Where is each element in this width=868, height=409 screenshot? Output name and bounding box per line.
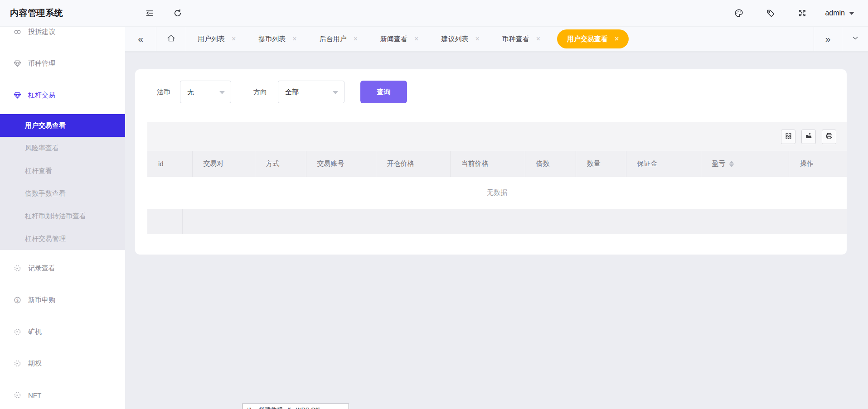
submenu-item-label: 杠杆交易管理 [25, 235, 66, 243]
chevron-down-icon [851, 34, 859, 44]
sidebar-item-records[interactable]: 记录查看 [0, 252, 125, 284]
tabs-scroll-left-button[interactable]: « [125, 27, 156, 51]
collapse-sidebar-button[interactable] [141, 4, 159, 22]
empty-state-text: 无数据 [147, 177, 847, 209]
topbar-right-controls: admin [730, 4, 868, 22]
content-card: 法币 无 方向 全部 查询 [135, 69, 847, 255]
col-header-pnl-label: 盈亏 [712, 159, 726, 168]
submenu-item-trade-management[interactable]: 杠杆交易管理 [0, 227, 125, 250]
home-tab-button[interactable] [156, 27, 186, 51]
topbar-left-controls [141, 4, 187, 22]
table-toolbar [147, 122, 847, 151]
chevron-down-icon [219, 91, 225, 94]
submenu-item-label: 杠杆币划转法币查看 [25, 212, 86, 221]
close-icon[interactable]: × [536, 35, 540, 43]
tab-label: 后台用户 [320, 35, 347, 43]
submenu-item-leverage-view[interactable]: 杠杆查看 [0, 159, 125, 182]
sidebar-menu: 投拆建议 币种管理 杠杆交易 [0, 27, 125, 409]
user-name: admin [825, 9, 845, 17]
fiat-select-value: 无 [187, 88, 194, 96]
close-icon[interactable]: × [475, 35, 479, 43]
home-icon [166, 34, 176, 45]
history-icon [13, 327, 22, 336]
sidebar-item-label: 投拆建议 [28, 28, 55, 36]
user-menu[interactable]: admin [825, 9, 854, 17]
export-button[interactable] [801, 130, 816, 144]
fullscreen-button[interactable] [793, 4, 811, 22]
submenu-item-label: 杠杆查看 [25, 167, 52, 175]
col-header-multiplier: 倍数 [525, 151, 576, 177]
double-chevron-left-icon: « [138, 34, 143, 44]
gem-icon [13, 59, 22, 68]
direction-select-value: 全部 [285, 88, 299, 96]
table-header-row: id 交易对 方式 交易账号 开仓价格 当前价格 倍数 数量 保证金 盈亏 [147, 151, 847, 177]
sidebar-item-nft[interactable]: NFT [0, 379, 125, 409]
tab-admin-users[interactable]: 后台用户 × [308, 27, 369, 51]
tabs-scroll-right-button[interactable]: » [814, 27, 842, 51]
close-icon[interactable]: × [354, 35, 358, 43]
print-button[interactable] [822, 130, 836, 144]
sidebar-item-complaints[interactable]: 投拆建议 [0, 27, 125, 48]
tag-icon [766, 9, 776, 18]
gem-icon [13, 91, 22, 100]
printer-icon [825, 132, 833, 141]
col-header-actions: 操作 [789, 151, 847, 177]
columns-grid-icon [785, 132, 792, 141]
sort-icon[interactable] [729, 161, 734, 167]
tabbar: « 用户列表 × 提币列表 × 后台用户 × 新闻查看 [125, 27, 868, 52]
col-header-margin: 保证金 [626, 151, 701, 177]
col-header-account: 交易账号 [306, 151, 376, 177]
direction-select[interactable]: 全部 [278, 81, 344, 103]
history-icon [13, 359, 22, 368]
empty-row: 无数据 [147, 177, 847, 209]
tab-coin-view[interactable]: 币种查看 × [491, 27, 552, 51]
tab-label: 用户列表 [198, 35, 225, 43]
col-header-pair: 交易对 [192, 151, 255, 177]
sidebar-item-new-coin[interactable]: $ 新币申购 [0, 284, 125, 316]
submenu-item-label: 风险率查看 [25, 144, 59, 153]
close-icon[interactable]: × [414, 35, 418, 43]
submenu-item-user-trades[interactable]: 用户交易查看 [0, 114, 125, 137]
tabs-dropdown-button[interactable] [842, 27, 868, 51]
submenu-item-risk-rate[interactable]: 风险率查看 [0, 137, 125, 159]
topbar: 内容管理系统 [0, 0, 868, 27]
sidebar-menu-bottom: 记录查看 $ 新币申购 矿机 [0, 252, 125, 409]
close-icon[interactable]: × [615, 35, 619, 43]
tab-suggestion-list[interactable]: 建议列表 × [430, 27, 490, 51]
tab-user-trades-active[interactable]: 用户交易查看 × [557, 29, 629, 48]
leverage-submenu: 用户交易查看 风险率查看 杠杆查看 倍数手数查看 杠杆币划转法币查看 杠杆交易管… [0, 114, 125, 250]
sidebar-item-miner[interactable]: 矿机 [0, 316, 125, 347]
query-button[interactable]: 查询 [360, 81, 407, 103]
sidebar-item-options[interactable]: 期权 [0, 347, 125, 379]
sidebar-item-label: 新币申购 [28, 296, 55, 304]
chevron-down-icon [849, 12, 854, 15]
theme-button[interactable] [730, 4, 748, 22]
refresh-icon [173, 9, 182, 18]
link-icon [13, 28, 22, 36]
tab-label: 新闻查看 [380, 35, 407, 43]
refresh-button[interactable] [169, 4, 187, 22]
data-table: id 交易对 方式 交易账号 开仓价格 当前价格 倍数 数量 保证金 盈亏 [147, 122, 847, 234]
sidebar-item-label: 记录查看 [28, 264, 55, 273]
chevron-down-icon [333, 91, 338, 94]
column-settings-button[interactable] [781, 130, 795, 144]
submenu-item-multiplier-lots[interactable]: 倍数手数查看 [0, 182, 125, 205]
svg-text:$: $ [16, 298, 19, 302]
tab-news-view[interactable]: 新闻查看 × [369, 27, 430, 51]
tab-label: 建议列表 [441, 35, 468, 43]
history-icon [13, 391, 22, 399]
content-area: 法币 无 方向 全部 查询 [125, 52, 868, 409]
sidebar-item-label: 矿机 [28, 327, 42, 336]
close-icon[interactable]: × [232, 35, 236, 43]
tab-user-list[interactable]: 用户列表 × [186, 27, 247, 51]
tab-label: 用户交易查看 [567, 35, 608, 43]
sidebar-item-coin-management[interactable]: 币种管理 [0, 48, 125, 79]
tag-button[interactable] [761, 4, 780, 22]
sidebar-item-leverage-trading[interactable]: 杠杆交易 [0, 79, 125, 111]
close-icon[interactable]: × [292, 35, 296, 43]
col-header-id: id [147, 151, 192, 177]
submenu-item-transfer-view[interactable]: 杠杆币划转法币查看 [0, 205, 125, 227]
tab-withdraw-list[interactable]: 提币列表 × [247, 27, 308, 51]
history-icon [13, 264, 22, 273]
fiat-select[interactable]: 无 [180, 81, 231, 103]
